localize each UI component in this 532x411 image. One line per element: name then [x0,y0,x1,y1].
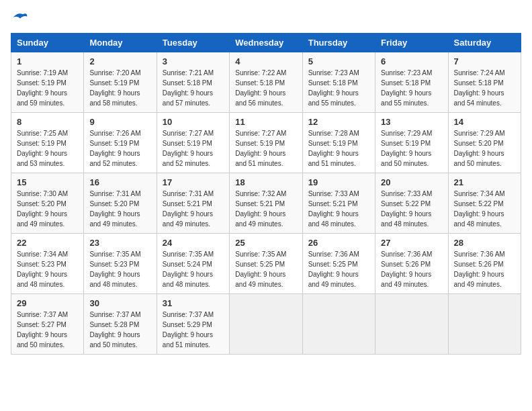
day-number: 26 [308,238,369,248]
day-info: Sunrise: 7:31 AMSunset: 5:20 PMDaylight:… [89,190,140,228]
day-info: Sunrise: 7:29 AMSunset: 5:19 PMDaylight:… [381,130,432,167]
calendar-cell: 18 Sunrise: 7:32 AMSunset: 5:21 PMDaylig… [230,173,302,233]
day-number: 2 [89,56,150,66]
calendar-cell: 6 Sunrise: 7:23 AMSunset: 5:18 PMDayligh… [375,52,448,112]
calendar-cell: 11 Sunrise: 7:27 AMSunset: 5:19 PMDaylig… [230,112,302,173]
day-info: Sunrise: 7:24 AMSunset: 5:18 PMDaylight:… [454,69,505,107]
day-number: 10 [163,117,224,127]
weekday-header-tuesday: Tuesday [157,33,229,52]
day-number: 19 [308,177,369,187]
week-row-1: 1 Sunrise: 7:19 AMSunset: 5:19 PMDayligh… [11,52,521,112]
day-number: 15 [17,177,78,187]
day-info: Sunrise: 7:19 AMSunset: 5:19 PMDaylight:… [17,69,68,107]
calendar-cell: 22 Sunrise: 7:34 AMSunset: 5:23 PMDaylig… [11,233,84,293]
calendar-cell: 1 Sunrise: 7:19 AMSunset: 5:19 PMDayligh… [11,52,84,112]
calendar-cell: 4 Sunrise: 7:22 AMSunset: 5:18 PMDayligh… [230,52,302,112]
logo [11,11,28,28]
calendar-cell [448,293,521,354]
day-number: 3 [163,56,224,66]
day-info: Sunrise: 7:22 AMSunset: 5:18 PMDaylight:… [235,69,286,107]
day-info: Sunrise: 7:28 AMSunset: 5:19 PMDaylight:… [308,130,359,167]
day-number: 17 [163,177,224,187]
calendar-cell: 10 Sunrise: 7:27 AMSunset: 5:19 PMDaylig… [157,112,229,173]
calendar-cell: 30 Sunrise: 7:37 AMSunset: 5:28 PMDaylig… [84,293,157,354]
day-info: Sunrise: 7:23 AMSunset: 5:18 PMDaylight:… [308,69,359,107]
calendar-table: SundayMondayTuesdayWednesdayThursdayFrid… [11,33,521,355]
day-number: 28 [454,238,515,248]
day-number: 6 [381,56,442,66]
day-number: 12 [308,117,369,127]
weekday-header-friday: Friday [375,33,448,52]
weekday-header-thursday: Thursday [302,33,375,52]
calendar-cell: 28 Sunrise: 7:36 AMSunset: 5:26 PMDaylig… [448,233,521,293]
day-info: Sunrise: 7:25 AMSunset: 5:19 PMDaylight:… [17,130,68,167]
calendar-cell: 31 Sunrise: 7:37 AMSunset: 5:29 PMDaylig… [157,293,229,354]
day-info: Sunrise: 7:36 AMSunset: 5:26 PMDaylight:… [454,250,505,288]
day-number: 20 [381,177,442,187]
day-number: 29 [17,298,78,308]
calendar-cell: 15 Sunrise: 7:30 AMSunset: 5:20 PMDaylig… [11,173,84,233]
day-info: Sunrise: 7:20 AMSunset: 5:19 PMDaylight:… [89,69,140,107]
day-number: 11 [235,117,296,127]
day-number: 31 [163,298,224,308]
calendar-cell: 14 Sunrise: 7:29 AMSunset: 5:20 PMDaylig… [448,112,521,173]
logo-bird-icon [12,11,28,24]
day-info: Sunrise: 7:37 AMSunset: 5:27 PMDaylight:… [17,311,68,349]
day-number: 9 [89,117,150,127]
day-info: Sunrise: 7:35 AMSunset: 5:24 PMDaylight:… [163,250,214,288]
weekday-header-wednesday: Wednesday [230,33,302,52]
day-info: Sunrise: 7:34 AMSunset: 5:23 PMDaylight:… [17,250,68,288]
weekday-header-sunday: Sunday [11,33,84,52]
calendar-cell: 20 Sunrise: 7:33 AMSunset: 5:22 PMDaylig… [375,173,448,233]
calendar-cell: 13 Sunrise: 7:29 AMSunset: 5:19 PMDaylig… [375,112,448,173]
day-number: 5 [308,56,369,66]
calendar-cell: 2 Sunrise: 7:20 AMSunset: 5:19 PMDayligh… [84,52,157,112]
day-info: Sunrise: 7:26 AMSunset: 5:19 PMDaylight:… [89,130,140,167]
day-info: Sunrise: 7:36 AMSunset: 5:25 PMDaylight:… [308,250,359,288]
day-info: Sunrise: 7:35 AMSunset: 5:23 PMDaylight:… [89,250,140,288]
calendar-cell: 8 Sunrise: 7:25 AMSunset: 5:19 PMDayligh… [11,112,84,173]
day-number: 22 [17,238,78,248]
calendar-cell: 27 Sunrise: 7:36 AMSunset: 5:26 PMDaylig… [375,233,448,293]
weekday-header-saturday: Saturday [448,33,521,52]
header [11,11,521,28]
day-number: 13 [381,117,442,127]
week-row-2: 8 Sunrise: 7:25 AMSunset: 5:19 PMDayligh… [11,112,521,173]
day-number: 16 [89,177,150,187]
weekday-header-row: SundayMondayTuesdayWednesdayThursdayFrid… [11,33,521,52]
week-row-5: 29 Sunrise: 7:37 AMSunset: 5:27 PMDaylig… [11,293,521,354]
day-number: 25 [235,238,296,248]
day-number: 21 [454,177,515,187]
day-info: Sunrise: 7:33 AMSunset: 5:22 PMDaylight:… [381,190,432,228]
day-info: Sunrise: 7:31 AMSunset: 5:21 PMDaylight:… [163,190,214,228]
day-number: 7 [454,56,515,66]
day-number: 18 [235,177,296,187]
calendar-cell: 17 Sunrise: 7:31 AMSunset: 5:21 PMDaylig… [157,173,229,233]
calendar-cell: 21 Sunrise: 7:34 AMSunset: 5:22 PMDaylig… [448,173,521,233]
week-row-4: 22 Sunrise: 7:34 AMSunset: 5:23 PMDaylig… [11,233,521,293]
calendar-cell: 26 Sunrise: 7:36 AMSunset: 5:25 PMDaylig… [302,233,375,293]
weekday-header-monday: Monday [84,33,157,52]
calendar-cell: 24 Sunrise: 7:35 AMSunset: 5:24 PMDaylig… [157,233,229,293]
day-number: 8 [17,117,78,127]
day-info: Sunrise: 7:27 AMSunset: 5:19 PMDaylight:… [235,130,286,167]
calendar-cell: 25 Sunrise: 7:35 AMSunset: 5:25 PMDaylig… [230,233,302,293]
calendar-cell: 19 Sunrise: 7:33 AMSunset: 5:21 PMDaylig… [302,173,375,233]
day-info: Sunrise: 7:27 AMSunset: 5:19 PMDaylight:… [163,130,214,167]
week-row-3: 15 Sunrise: 7:30 AMSunset: 5:20 PMDaylig… [11,173,521,233]
day-info: Sunrise: 7:37 AMSunset: 5:29 PMDaylight:… [163,311,214,349]
day-number: 24 [163,238,224,248]
day-info: Sunrise: 7:23 AMSunset: 5:18 PMDaylight:… [381,69,432,107]
day-number: 4 [235,56,296,66]
day-number: 14 [454,117,515,127]
day-info: Sunrise: 7:29 AMSunset: 5:20 PMDaylight:… [454,130,505,167]
day-info: Sunrise: 7:33 AMSunset: 5:21 PMDaylight:… [308,190,359,228]
day-info: Sunrise: 7:30 AMSunset: 5:20 PMDaylight:… [17,190,68,228]
day-info: Sunrise: 7:37 AMSunset: 5:28 PMDaylight:… [89,311,140,349]
day-info: Sunrise: 7:32 AMSunset: 5:21 PMDaylight:… [235,190,286,228]
calendar-cell: 5 Sunrise: 7:23 AMSunset: 5:18 PMDayligh… [302,52,375,112]
calendar-cell [375,293,448,354]
day-info: Sunrise: 7:34 AMSunset: 5:22 PMDaylight:… [454,190,505,228]
calendar-cell: 23 Sunrise: 7:35 AMSunset: 5:23 PMDaylig… [84,233,157,293]
day-number: 1 [17,56,78,66]
